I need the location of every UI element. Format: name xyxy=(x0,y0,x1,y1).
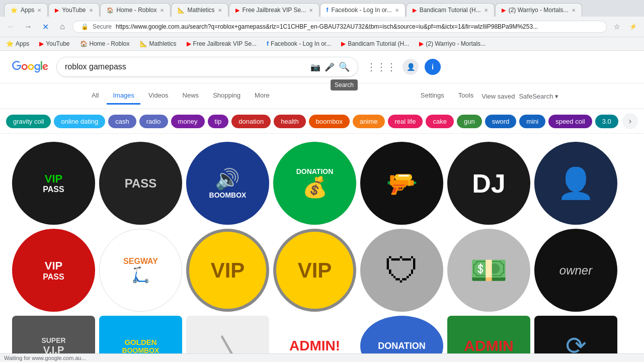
filter-chip-real-life[interactable]: real life xyxy=(388,115,423,128)
image-donation-blue[interactable]: DONATION xyxy=(360,316,443,357)
back-button[interactable]: ← xyxy=(4,20,18,34)
filter-chip-anime[interactable]: anime xyxy=(353,115,384,128)
filter-chip-cash[interactable]: cash xyxy=(108,115,136,128)
image-vip-pass-red[interactable]: VIP PASS xyxy=(12,229,95,312)
filter-chip-gun[interactable]: gun xyxy=(457,115,482,128)
search-tab-videos[interactable]: Videos xyxy=(142,87,175,105)
extensions-icon[interactable]: ⚡ xyxy=(626,20,640,34)
search-tab-news[interactable]: News xyxy=(177,87,205,105)
image-white-circle[interactable]: / xyxy=(186,316,269,357)
address-bar[interactable]: 🔒 Secure https://www.google.com.au/searc… xyxy=(72,21,607,33)
tab-jail-close[interactable]: ✕ xyxy=(309,8,313,13)
image-gun-black[interactable]: 🔫 xyxy=(360,142,443,225)
google-apps-icon[interactable]: ⋮⋮⋮ xyxy=(366,61,396,73)
image-admin-red[interactable]: ADMIN! xyxy=(273,316,356,357)
bookmark-youtube[interactable]: ▶ YouTube xyxy=(37,39,71,48)
bookmark-bandi-label: Bandicam Tutorial (H... xyxy=(348,40,409,47)
header-right-links: View saved SafeSearch ▾ xyxy=(481,93,558,100)
tab-bandicam[interactable]: ▶ Bandicam Tutorial (H... ✕ xyxy=(406,3,495,17)
image-segway[interactable]: SEGWAY 🛴 xyxy=(99,229,182,312)
safe-search-link[interactable]: SafeSearch ▾ xyxy=(519,93,558,100)
tab-home-roblox[interactable]: 🏠 Home - Roblox ✕ xyxy=(100,3,171,17)
bookmark-roblox[interactable]: 🏠 Home - Roblox xyxy=(78,39,132,48)
reload-button[interactable]: ✕ xyxy=(38,20,52,34)
search-bar[interactable]: 📷 🎤 🔍 Search xyxy=(56,57,358,77)
filter-chip-boombox[interactable]: boombox xyxy=(309,115,350,128)
view-saved-link[interactable]: View saved xyxy=(481,93,515,100)
image-shield-gold[interactable]: 🛡 xyxy=(360,229,443,312)
filter-chip-3.0[interactable]: 3.0 xyxy=(595,115,618,128)
search-button-container: 🔍 Search xyxy=(339,61,350,72)
tab-math-close[interactable]: ✕ xyxy=(218,8,222,13)
filter-chips-row: gravity coilonline datingcashradiomoneyt… xyxy=(0,109,644,134)
image-boombox-blue[interactable]: 🔊 BOOMBOX xyxy=(186,142,269,225)
search-tab-images[interactable]: Images xyxy=(107,87,140,105)
image-golden-boombox[interactable]: GOLDEN BOOMBOX xyxy=(99,316,182,357)
tab-bandi-close[interactable]: ✕ xyxy=(484,8,488,13)
image-vip-yellow-1[interactable]: VIP xyxy=(186,229,269,312)
camera-icon[interactable]: 📷 xyxy=(310,62,320,72)
search-tab-all[interactable]: All xyxy=(86,87,105,105)
filter-chip-online-dating[interactable]: online dating xyxy=(54,115,105,128)
search-tab-more[interactable]: More xyxy=(249,87,276,105)
tab-apps[interactable]: ⭐ Apps ✕ xyxy=(4,3,48,17)
forward-button[interactable]: → xyxy=(21,20,35,34)
tab-apps-close[interactable]: ✕ xyxy=(37,8,41,13)
tab-roblox-close[interactable]: ✕ xyxy=(160,8,164,13)
image-swirly[interactable]: ⟳ xyxy=(534,316,617,357)
bookmark-warriyo[interactable]: ▶ (2) Warriyo - Mortals... xyxy=(417,39,488,48)
filter-chip-speed-coil[interactable]: speed coil xyxy=(548,115,592,128)
tab-fb-close[interactable]: ✕ xyxy=(395,8,399,13)
user-avatar[interactable]: i xyxy=(425,59,441,75)
filter-chip-gravity-coil[interactable]: gravity coil xyxy=(6,115,51,128)
admin-red-label: ADMIN! xyxy=(289,338,340,354)
search-button[interactable]: 🔍 xyxy=(339,61,350,72)
filter-chip-cake[interactable]: cake xyxy=(426,115,453,128)
image-donation-green[interactable]: DONATION 💰 xyxy=(273,142,356,225)
bookmark-apps[interactable]: ⭐ Apps xyxy=(4,39,31,48)
bookmark-facebook[interactable]: f Facebook - Log In or... xyxy=(265,39,333,48)
search-tab-shopping[interactable]: Shopping xyxy=(207,87,247,105)
image-pass-dark[interactable]: PASS xyxy=(99,142,182,225)
bookmark-jail-label: Free Jailbreak VIP Se... xyxy=(193,40,257,47)
filter-chip-tip[interactable]: tip xyxy=(208,115,229,128)
filter-scroll-right-icon[interactable]: › xyxy=(622,113,638,129)
home-button[interactable]: ⌂ xyxy=(55,20,69,34)
filter-chip-donation[interactable]: donation xyxy=(231,115,271,128)
search-input[interactable] xyxy=(65,62,304,71)
tab-youtube[interactable]: ▶ YouTube ✕ xyxy=(48,3,99,17)
bookmark-mathletics[interactable]: 📐 Mathletics xyxy=(138,39,179,48)
image-owner[interactable]: owner xyxy=(534,229,617,312)
secure-label: Secure xyxy=(93,23,112,30)
tab-facebook[interactable]: f Facebook - Log In or... ✕ xyxy=(320,3,406,17)
donation-content: DONATION 💰 xyxy=(296,167,334,199)
image-vip-pass-green[interactable]: VIP PASS xyxy=(12,142,95,225)
tab-free-jailbreak[interactable]: ▶ Free Jailbreak VIP Se... ✕ xyxy=(229,3,319,17)
filter-chip-mini[interactable]: mini xyxy=(519,115,545,128)
bookmark-bandicam[interactable]: ▶ Bandicam Tutorial (H... xyxy=(339,39,411,48)
filter-chip-radio[interactable]: radio xyxy=(139,115,168,128)
super-vip-content: SUPER V.I.P xyxy=(41,336,65,356)
tab-warr-close[interactable]: ✕ xyxy=(572,8,576,13)
bookmark-jailbreak[interactable]: ▶ Free Jailbreak VIP Se... xyxy=(185,39,259,48)
image-super-vip[interactable]: SUPER V.I.P xyxy=(12,316,95,357)
settings-link[interactable]: Settings xyxy=(415,87,450,105)
tab-mathletics[interactable]: 📐 Mathletics ✕ xyxy=(171,3,228,17)
image-vip-yellow-2[interactable]: VIP xyxy=(273,229,356,312)
tab-warriyo[interactable]: ▶ (2) Warriyo - Mortals... ✕ xyxy=(495,3,582,17)
image-roblox-char[interactable]: 👤 xyxy=(534,142,617,225)
tools-link[interactable]: Tools xyxy=(452,87,479,105)
image-money[interactable]: 💵 xyxy=(447,229,530,312)
filter-chip-money[interactable]: money xyxy=(171,115,205,128)
account-icon[interactable]: 👤 xyxy=(403,59,419,75)
filter-chip-sword[interactable]: sword xyxy=(485,115,517,128)
image-admin-green[interactable]: ADMIN xyxy=(447,316,530,357)
microphone-icon[interactable]: 🎤 xyxy=(325,62,335,72)
tab-apps-label: Apps xyxy=(21,7,34,14)
bookmark-yt-label: YouTube xyxy=(46,40,69,47)
image-dj-black[interactable]: DJ xyxy=(447,142,530,225)
bookmark-star-icon[interactable]: ☆ xyxy=(610,20,624,34)
image-row-2: VIP PASS SEGWAY 🛴 VIP VIP 🛡 xyxy=(6,229,638,316)
tab-yt-close[interactable]: ✕ xyxy=(89,8,93,13)
filter-chip-health[interactable]: health xyxy=(274,115,305,128)
